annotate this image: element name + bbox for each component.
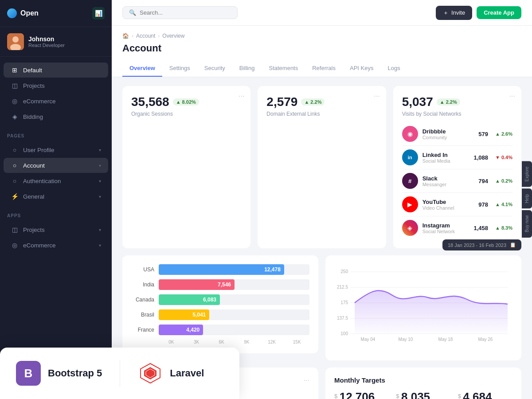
invite-button[interactable]: ＋ Invite: [436, 6, 472, 20]
help-button[interactable]: Help: [522, 188, 532, 208]
targets-row: $ 12,706 Targets for April $ 8,035 Actua…: [334, 390, 512, 399]
svg-text:100: 100: [340, 331, 348, 336]
sidebar-item-account[interactable]: ○ Account ▾: [4, 158, 108, 173]
sidebar-item-label: Default: [23, 67, 42, 74]
sidebar-item-authentication[interactable]: ○ Authentication ▾: [4, 173, 108, 188]
apps-nav: APPS ◫ Projects ▾ ◎ eCommerce ▾: [0, 206, 112, 255]
tab-overview[interactable]: Overview: [122, 60, 162, 77]
target-item: $ 12,706 Targets for April: [334, 390, 389, 399]
home-icon: 🏠: [122, 33, 129, 39]
svg-text:175: 175: [340, 300, 348, 305]
ecommerce-icon: ◎: [11, 98, 19, 105]
search-input[interactable]: [140, 9, 228, 16]
stat-label: Organic Sessions: [131, 111, 242, 117]
search-box[interactable]: 🔍: [122, 6, 238, 19]
grid-icon: ⊞: [11, 66, 19, 74]
tab-billing[interactable]: Billing: [232, 60, 262, 77]
sidebar-item-ecommerce-app[interactable]: ◎ eCommerce ▾: [4, 238, 108, 253]
account-icon: ○: [11, 162, 19, 169]
divider: [120, 360, 120, 387]
laravel-icon: [138, 361, 163, 386]
app-name: Open: [20, 9, 39, 17]
target-item-gap: $ 4,684 ↑ 4.5% GAP: [458, 390, 512, 399]
social-row: in Linked In Social Media 1,088 ▼ 0.4%: [402, 146, 512, 169]
page-header: 🏠 › Account › Overview Account Overview …: [112, 26, 532, 77]
pages-label: PAGES: [0, 132, 112, 142]
topbar-actions: ＋ Invite Create App: [436, 6, 521, 20]
sidebar-item-user-profile[interactable]: ○ User Profile ▾: [4, 142, 108, 157]
stats-grid: ··· 35,568 ▲ 8.02% Organic Sessions ··· …: [122, 86, 521, 248]
sidebar-item-label: eCommerce: [23, 242, 56, 249]
page-title: Account: [122, 43, 521, 54]
sidebar-logo: Open: [7, 8, 39, 18]
stat-card-sessions: ··· 35,568 ▲ 8.02% Organic Sessions: [122, 86, 250, 248]
target-item: $ 8,035 Actual for April: [396, 390, 450, 399]
pages-nav: PAGES ○ User Profile ▾ ○ Account ▾ ○ Aut…: [0, 126, 112, 206]
tab-security[interactable]: Security: [197, 60, 232, 77]
sidebar-header: Open 📊: [0, 0, 112, 27]
line-chart-card: 250 212.5 175 137.5 100: [325, 255, 521, 360]
bar-track: 5,041: [159, 309, 309, 320]
apps-label: APPS: [0, 211, 112, 222]
breadcrumb-account[interactable]: Account: [136, 33, 155, 39]
main-nav: ⊞ Default ◫ Projects ◎ eCommerce ◈ Biddi…: [0, 57, 112, 126]
more-options-icon[interactable]: ···: [239, 92, 244, 100]
stat-badge: ▲ 2.2%: [437, 98, 460, 106]
user-card[interactable]: Johnson React Developer: [0, 27, 112, 57]
calendar-icon: 📋: [510, 242, 516, 248]
user-role: React Developer: [28, 43, 105, 48]
sidebar-item-label: Account: [23, 162, 45, 169]
stat-label: Visits by Social Networks: [402, 111, 512, 117]
logo-icon: [7, 8, 17, 18]
svg-text:137.5: 137.5: [337, 316, 348, 321]
explore-button[interactable]: Explore: [522, 161, 532, 187]
chevron-down-icon: ▾: [99, 227, 101, 232]
sidebar-item-bidding[interactable]: ◈ Bidding: [4, 109, 108, 124]
social-row: ▶ YouTube Video Channel 978 ▲ 4.1%: [402, 193, 512, 216]
instagram-icon: ◈: [402, 220, 418, 236]
sidebar-item-projects-app[interactable]: ◫ Projects ▾: [4, 222, 108, 237]
create-app-button[interactable]: Create App: [477, 6, 521, 19]
stats-icon-button[interactable]: 📊: [92, 7, 105, 20]
social-row: ◉ Dribbble Community 579 ▲ 2.6%: [402, 122, 512, 146]
breadcrumb-overview: Overview: [162, 33, 184, 39]
bar-row: India 7,546: [131, 279, 309, 290]
sidebar-item-projects[interactable]: ◫ Projects: [4, 78, 108, 93]
user-name: Johnson: [28, 35, 105, 43]
bootstrap-icon: B: [16, 361, 41, 386]
buy-now-button[interactable]: Buy now: [522, 210, 532, 238]
tab-settings[interactable]: Settings: [162, 60, 197, 77]
user-info: Johnson React Developer: [28, 35, 105, 48]
svg-text:212.5: 212.5: [337, 285, 348, 289]
bootstrap-promo: B Bootstrap 5: [16, 361, 102, 386]
chevron-down-icon: ▾: [99, 148, 101, 153]
tab-logs[interactable]: Logs: [380, 60, 407, 77]
tab-statements[interactable]: Statements: [262, 60, 305, 77]
svg-text:May 18: May 18: [438, 337, 453, 342]
svg-text:May 10: May 10: [399, 337, 413, 342]
more-options-icon[interactable]: ···: [304, 376, 309, 384]
tab-api-keys[interactable]: API Keys: [343, 60, 380, 77]
bar-row: France 4,420: [131, 325, 309, 335]
user-profile-icon: ○: [11, 146, 19, 153]
sidebar-item-ecommerce[interactable]: ◎ eCommerce: [4, 94, 108, 109]
bar-fill: 7,546: [159, 279, 235, 290]
tab-referrals[interactable]: Referrals: [305, 60, 343, 77]
more-options-icon[interactable]: ···: [374, 92, 379, 100]
chevron-down-icon: ▾: [99, 179, 101, 184]
linkedin-icon: in: [402, 149, 418, 165]
bar-fill: 12,478: [159, 264, 284, 275]
laravel-label: Laravel: [170, 368, 204, 379]
sidebar-item-label: Projects: [23, 227, 45, 233]
date-badge: 18 Jan 2023 - 16 Feb 2023 📋: [442, 239, 521, 250]
social-row: ◈ Instagram Social Network 1,458 ▲ 8.3%: [402, 216, 512, 239]
bar-row: Canada 6,083: [131, 294, 309, 305]
bidding-icon: ◈: [11, 113, 19, 120]
sidebar: Open 📊 Johnson React Developer ⊞ Default: [0, 0, 112, 399]
slack-icon: #: [402, 173, 418, 189]
sidebar-item-default[interactable]: ⊞ Default: [4, 63, 108, 78]
svg-text:250: 250: [340, 269, 348, 274]
sidebar-item-general[interactable]: ⚡ General ▾: [4, 189, 108, 204]
page-tabs: Overview Settings Security Billing State…: [122, 60, 521, 77]
more-options-icon[interactable]: ···: [509, 92, 515, 100]
